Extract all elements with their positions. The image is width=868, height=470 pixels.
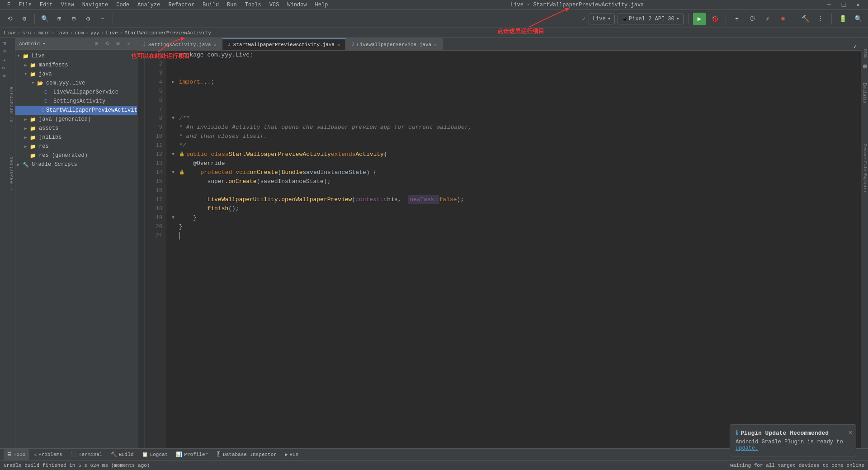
sync-btn[interactable]: ⟲ bbox=[4, 13, 16, 25]
tab-livewallpaper[interactable]: J LiveWallpaperService.java ✕ bbox=[346, 38, 443, 50]
breadcrumb-live2[interactable]: Live bbox=[106, 30, 118, 36]
livewallpaper-icon: C bbox=[44, 89, 52, 95]
more-toolbar-btn[interactable]: ⋮ bbox=[814, 13, 827, 25]
menu-refactor[interactable]: Refactor bbox=[165, 1, 198, 9]
bottom-tab-db[interactable]: 🗄 Database Inspector bbox=[212, 449, 280, 460]
live-folder-icon: 📁 bbox=[23, 53, 30, 59]
bottom-tab-run[interactable]: ▶ Run bbox=[281, 449, 302, 460]
tree-assets[interactable]: ▶ 📁 assets bbox=[15, 124, 137, 133]
menu-file[interactable]: File bbox=[15, 1, 35, 9]
run-button[interactable]: ▶ bbox=[693, 13, 706, 25]
tree-manifests[interactable]: ▶ 📁 manifests bbox=[15, 61, 137, 70]
tree-gradle[interactable]: ▶ 🔧 Gradle Scripts bbox=[15, 160, 137, 169]
config-dropdown[interactable]: Live ▾ bbox=[589, 14, 615, 24]
breadcrumb-activity[interactable]: StartWallpaperPreviewActivity bbox=[124, 30, 211, 36]
breadcrumb-main[interactable]: main bbox=[38, 30, 49, 36]
menu-build[interactable]: Build bbox=[199, 1, 222, 9]
tree-java-gen[interactable]: ▶ 📁 java (generated) bbox=[15, 115, 137, 124]
build-project-btn[interactable]: 🔨 bbox=[799, 13, 811, 25]
menu-run[interactable]: Run bbox=[223, 1, 241, 9]
collapse-btn[interactable]: ⊟ bbox=[67, 13, 80, 25]
tab-startwallpaper[interactable]: J StartWallpaperPreviewActivity.java ✕ bbox=[222, 38, 346, 50]
cog-icon[interactable]: ⚙ bbox=[92, 39, 101, 48]
breadcrumb-com[interactable]: com bbox=[75, 30, 84, 36]
menu-window[interactable]: Window bbox=[283, 1, 310, 9]
tree-startwallpaper[interactable]: ▶ C StartWallpaperPreviewActivity bbox=[15, 106, 137, 115]
expand-btn[interactable]: ⊞ bbox=[53, 13, 66, 25]
minus-btn[interactable]: − bbox=[96, 13, 109, 25]
breadcrumb-src[interactable]: src bbox=[22, 30, 31, 36]
plugin-notification: ℹ Plugin Update Recommended Android Grad… bbox=[730, 424, 856, 456]
device-arrow: ▾ bbox=[676, 15, 679, 22]
breadcrumb-live[interactable]: Live bbox=[4, 30, 15, 36]
tab-livewallpaper-close[interactable]: ✕ bbox=[434, 42, 437, 47]
line-3 bbox=[172, 69, 855, 78]
menu-e[interactable]: E bbox=[4, 1, 14, 9]
tree-settings[interactable]: ▶ C SettingsActivity bbox=[15, 97, 137, 106]
plugin-close-btn[interactable]: ✕ bbox=[849, 428, 852, 436]
emulator-label[interactable]: Emulator bbox=[862, 81, 867, 106]
settings-btn[interactable]: ⚙ bbox=[18, 13, 31, 25]
bottom-tab-logcat[interactable]: 📋 Logcat bbox=[138, 449, 172, 460]
bottom-tab-todo[interactable]: ☰ TODO bbox=[4, 449, 29, 460]
menu-edit[interactable]: Edit bbox=[36, 1, 57, 9]
project-icon[interactable]: P bbox=[0, 40, 8, 47]
tab-settings-close[interactable]: ✕ bbox=[214, 42, 217, 47]
menu-analyze[interactable]: Analyze bbox=[134, 1, 164, 9]
sync-files-icon[interactable]: ⟲ bbox=[103, 39, 112, 48]
device-dropdown[interactable]: 📱 Pixel 2 API 30 ▾ bbox=[618, 14, 684, 24]
resource-manager-icon[interactable]: R bbox=[0, 48, 8, 55]
tab-settings[interactable]: J SettingsActivity.java ✕ bbox=[137, 38, 222, 50]
checkmark-right-icon[interactable]: ✓ bbox=[854, 42, 857, 50]
tree-livewallpaper[interactable]: ▶ C LiveWallpaperService bbox=[15, 88, 137, 97]
favorites-label[interactable]: ☆ Favorites bbox=[9, 153, 14, 196]
apply-changes-btn[interactable]: ⚡ bbox=[761, 13, 774, 25]
project-dropdown-arrow[interactable]: ▾ bbox=[42, 41, 46, 47]
structure-icon[interactable]: 2 bbox=[0, 64, 8, 71]
breadcrumb-yyy[interactable]: yyy bbox=[90, 30, 99, 36]
breadcrumb-java[interactable]: java bbox=[56, 30, 68, 36]
bottom-tab-profiler[interactable]: 📊 Profiler bbox=[172, 449, 212, 460]
search-btn[interactable]: 🔍 bbox=[852, 13, 864, 25]
search-everywhere-btn[interactable]: 🔍 bbox=[38, 13, 51, 25]
tab-startwallpaper-close[interactable]: ✕ bbox=[337, 42, 340, 47]
tree-jnilibs[interactable]: ▶ 📁 jniLibs bbox=[15, 133, 137, 142]
tab-settings-label: SettingsActivity.java bbox=[148, 42, 211, 47]
menu-view[interactable]: View bbox=[57, 1, 78, 9]
bottom-tab-build[interactable]: 🔨 Build bbox=[107, 449, 137, 460]
favorites-icon[interactable]: ★ bbox=[0, 56, 8, 63]
line-17: LiveWallpaperUtility.openWallpaperPrevie… bbox=[172, 195, 855, 204]
tree-res[interactable]: ▶ 📁 res bbox=[15, 142, 137, 151]
csdn-label[interactable]: CSDN 奈奈教你学代码 bbox=[862, 47, 868, 63]
bottom-tab-terminal[interactable]: ⬛ Terminal bbox=[67, 449, 106, 460]
menu-help[interactable]: Help bbox=[311, 1, 332, 9]
gear-btn[interactable]: ⚙ bbox=[82, 13, 94, 25]
device-file-label[interactable]: Device File Explorer bbox=[863, 142, 867, 195]
coverage-btn[interactable]: ☂ bbox=[731, 13, 743, 25]
gutter-area bbox=[137, 51, 145, 448]
tree-com-yyy[interactable]: ▼ 📂 com.yyy.Live bbox=[15, 79, 137, 88]
tree-live[interactable]: ▼ 📁 Live bbox=[15, 52, 137, 61]
menu-code[interactable]: Code bbox=[113, 1, 133, 9]
bottom-tab-problems[interactable]: ⚠ Problems bbox=[30, 449, 66, 460]
tree-java[interactable]: ▼ 📁 java bbox=[15, 70, 137, 79]
code-content[interactable]: package com.yyy.Live; ▶ import ...; ▼ /*… bbox=[166, 51, 861, 448]
menu-tools[interactable]: Tools bbox=[241, 1, 265, 9]
stop-btn[interactable]: ■ bbox=[777, 13, 789, 25]
collapse-panel-icon[interactable]: ⊟ bbox=[113, 39, 123, 48]
plugin-link[interactable]: update. bbox=[736, 445, 758, 451]
close-btn[interactable]: ✕ bbox=[852, 0, 864, 11]
maximize-btn[interactable]: □ bbox=[837, 0, 850, 11]
close-panel-icon[interactable]: ✕ bbox=[124, 39, 133, 48]
project-panel-header: Android ▾ ⚙ ⟲ ⊟ ✕ bbox=[15, 38, 137, 50]
power-save-btn[interactable]: 🔋 bbox=[836, 13, 849, 25]
menu-vcs[interactable]: VCS bbox=[266, 1, 283, 9]
bookmarks-icon[interactable]: ⊞ bbox=[0, 72, 8, 80]
debug-btn[interactable]: 🐞 bbox=[708, 13, 721, 25]
minimize-btn[interactable]: ─ bbox=[823, 0, 835, 11]
structure-label[interactable]: 2: Structure bbox=[9, 83, 14, 126]
profile-btn[interactable]: ⏱ bbox=[746, 13, 759, 25]
line-20: } bbox=[172, 222, 855, 231]
menu-navigate[interactable]: Navigate bbox=[79, 1, 112, 9]
tree-res-gen[interactable]: ▶ 📁 res (generated) bbox=[15, 151, 137, 160]
